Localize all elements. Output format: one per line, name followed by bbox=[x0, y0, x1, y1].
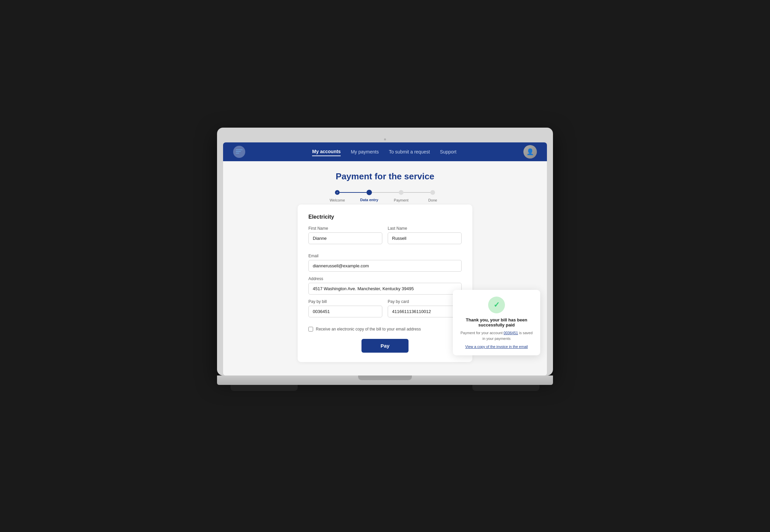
pay-by-bill-label: Pay by bill bbox=[308, 299, 382, 304]
pay-by-card-group: Pay by card 4116611136110012 ▼ bbox=[388, 299, 462, 317]
laptop-foot-right bbox=[472, 385, 540, 391]
pay-by-bill-group: Pay by bill bbox=[308, 299, 382, 317]
nav-my-payments[interactable]: My payments bbox=[351, 148, 379, 156]
laptop-screen-inner: My accounts My payments To submit a requ… bbox=[223, 142, 547, 375]
camera-dot bbox=[384, 138, 386, 140]
last-name-label: Last Name bbox=[388, 226, 462, 231]
laptop-feet bbox=[217, 385, 553, 391]
pay-by-card-label: Pay by card bbox=[388, 299, 462, 304]
success-icon-circle: ✓ bbox=[488, 297, 505, 313]
view-invoice-link[interactable]: View a copy of the invoice in the email bbox=[460, 345, 533, 349]
address-group: Address bbox=[308, 276, 462, 295]
step-label-payment: Payment bbox=[394, 198, 408, 202]
success-description: Payment for your account 0036451 is save… bbox=[460, 330, 533, 341]
step-dot-payment bbox=[399, 190, 403, 195]
pay-by-card-select-wrapper: 4116611136110012 ▼ bbox=[388, 306, 462, 317]
navbar-nav: My accounts My payments To submit a requ… bbox=[312, 147, 456, 156]
pay-by-card-select[interactable]: 4116611136110012 bbox=[388, 306, 462, 317]
step-label-welcome: Welcome bbox=[330, 198, 345, 202]
laptop-foot-left bbox=[230, 385, 298, 391]
laptop-base bbox=[217, 375, 553, 385]
step-line-2 bbox=[372, 192, 399, 193]
payment-row: Pay by bill Pay by card 4116611136110012… bbox=[308, 299, 462, 322]
logo-line-3 bbox=[236, 153, 239, 153]
step-line-3 bbox=[403, 192, 430, 193]
checkbox-label[interactable]: Receive an electronic copy of the bill t… bbox=[316, 327, 421, 331]
address-label: Address bbox=[308, 276, 462, 281]
email-group: Email bbox=[308, 254, 462, 272]
step-dot-welcome: ✓ bbox=[335, 190, 340, 195]
pay-button[interactable]: Pay bbox=[361, 339, 409, 353]
logo-icon bbox=[236, 149, 243, 154]
last-name-group: Last Name bbox=[388, 226, 462, 244]
success-notification: ✓ Thank you, your bill has been successf… bbox=[453, 290, 540, 355]
email-label: Email bbox=[308, 254, 462, 258]
success-title: Thank you, your bill has been successful… bbox=[460, 317, 533, 327]
address-input[interactable] bbox=[308, 283, 462, 295]
nav-my-accounts[interactable]: My accounts bbox=[312, 147, 341, 156]
stepper: ✓ Welcome Data entry Pay bbox=[237, 190, 533, 195]
step-done: Done bbox=[430, 190, 435, 195]
pay-by-bill-input[interactable] bbox=[308, 306, 382, 317]
nav-submit-request[interactable]: To submit a request bbox=[389, 148, 430, 156]
step-line-1 bbox=[340, 192, 367, 193]
checkbox-row: Receive an electronic copy of the bill t… bbox=[308, 327, 462, 331]
step-payment: Payment bbox=[399, 190, 403, 195]
logo-line-2 bbox=[236, 151, 241, 152]
name-row: First Name Last Name bbox=[308, 226, 462, 249]
step-dot-done bbox=[430, 190, 435, 195]
logo-circle bbox=[233, 146, 245, 158]
first-name-input[interactable] bbox=[308, 232, 382, 244]
success-check-icon: ✓ bbox=[494, 301, 500, 309]
page-title: Payment for the service bbox=[237, 171, 533, 182]
first-name-group: First Name bbox=[308, 226, 382, 244]
form-card: Electricity First Name Last Name bbox=[298, 205, 472, 362]
stepper-steps: ✓ Welcome Data entry Pay bbox=[335, 190, 435, 195]
form-section-title: Electricity bbox=[308, 214, 462, 220]
user-avatar[interactable]: 👤 bbox=[523, 145, 537, 159]
step-label-data-entry: Data entry bbox=[360, 198, 378, 202]
logo bbox=[233, 146, 245, 158]
logo-line-1 bbox=[236, 149, 243, 150]
laptop-screen-outer: My accounts My payments To submit a requ… bbox=[217, 128, 553, 375]
navbar: My accounts My payments To submit a requ… bbox=[223, 142, 547, 161]
email-input[interactable] bbox=[308, 260, 462, 272]
last-name-input[interactable] bbox=[388, 232, 462, 244]
camera-notch bbox=[223, 134, 547, 142]
email-copy-checkbox[interactable] bbox=[308, 327, 313, 331]
step-label-done: Done bbox=[428, 198, 437, 202]
nav-support[interactable]: Support bbox=[440, 148, 457, 156]
laptop-wrapper: My accounts My payments To submit a requ… bbox=[217, 128, 553, 404]
step-welcome: ✓ Welcome bbox=[335, 190, 340, 195]
step-dot-data-entry bbox=[367, 190, 372, 195]
page-content: Payment for the service ✓ Welcome D bbox=[223, 161, 547, 375]
step-data-entry: Data entry bbox=[367, 190, 372, 195]
avatar-image: 👤 bbox=[523, 145, 537, 159]
first-name-label: First Name bbox=[308, 226, 382, 231]
account-number-link[interactable]: 0036451 bbox=[504, 331, 518, 335]
success-desc-prefix: Payment for your account bbox=[461, 331, 504, 335]
